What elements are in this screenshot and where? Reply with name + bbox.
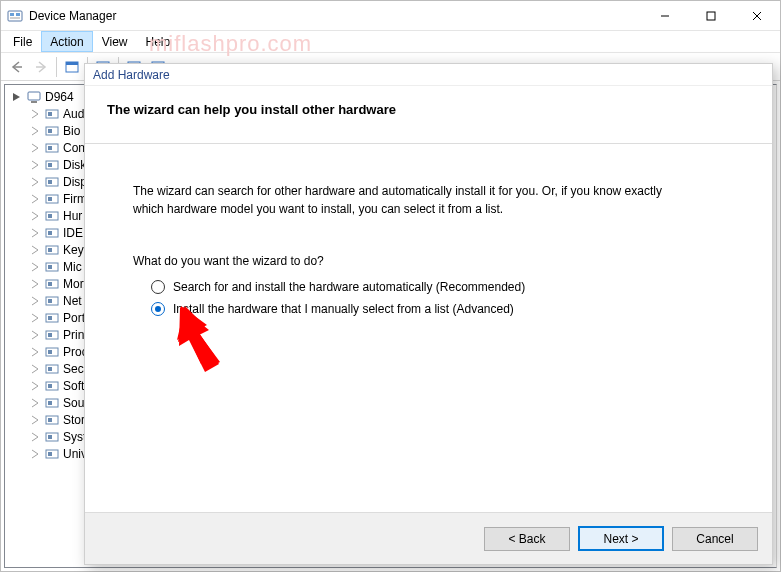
dialog-heading: The wizard can help you install other ha… bbox=[107, 102, 750, 117]
tree-root-label: D964 bbox=[45, 90, 74, 104]
tree-item-label: Keyl bbox=[63, 243, 86, 257]
expand-icon[interactable] bbox=[29, 414, 41, 426]
titlebar: Device Manager bbox=[1, 1, 780, 31]
expand-icon[interactable] bbox=[29, 159, 41, 171]
expand-icon[interactable] bbox=[29, 363, 41, 375]
svg-rect-46 bbox=[48, 316, 52, 320]
expand-icon[interactable] bbox=[29, 329, 41, 341]
svg-rect-34 bbox=[48, 214, 52, 218]
hid-icon bbox=[44, 208, 60, 224]
forward-icon[interactable] bbox=[29, 55, 53, 79]
svg-rect-42 bbox=[48, 282, 52, 286]
add-hardware-dialog: Add Hardware The wizard can help you ins… bbox=[84, 63, 773, 565]
expand-icon[interactable] bbox=[29, 346, 41, 358]
keyboard-icon bbox=[44, 242, 60, 258]
svg-rect-50 bbox=[48, 350, 52, 354]
tree-item-label: Disk bbox=[63, 158, 86, 172]
cancel-button[interactable]: Cancel bbox=[672, 527, 758, 551]
printer-icon bbox=[44, 327, 60, 343]
radio-option-manual[interactable]: Install the hardware that I manually sel… bbox=[133, 302, 724, 316]
window-controls bbox=[642, 1, 780, 30]
collapse-icon[interactable] bbox=[11, 91, 23, 103]
svg-rect-62 bbox=[48, 452, 52, 456]
toolbar-separator bbox=[56, 57, 57, 77]
back-button[interactable]: < Back bbox=[484, 527, 570, 551]
storage-icon bbox=[44, 412, 60, 428]
expand-icon[interactable] bbox=[29, 244, 41, 256]
radio-option-auto[interactable]: Search for and install the hardware auto… bbox=[133, 280, 724, 294]
svg-rect-26 bbox=[48, 146, 52, 150]
expand-icon[interactable] bbox=[29, 397, 41, 409]
svg-rect-58 bbox=[48, 418, 52, 422]
tree-item-label: Stor bbox=[63, 413, 85, 427]
minimize-button[interactable] bbox=[642, 1, 688, 30]
system-icon bbox=[44, 429, 60, 445]
svg-rect-38 bbox=[48, 248, 52, 252]
expand-icon[interactable] bbox=[29, 193, 41, 205]
network-icon bbox=[44, 293, 60, 309]
tree-item-label: Port bbox=[63, 311, 85, 325]
app-icon bbox=[7, 8, 23, 24]
menu-help[interactable]: Help bbox=[137, 31, 180, 52]
maximize-button[interactable] bbox=[688, 1, 734, 30]
svg-rect-32 bbox=[48, 197, 52, 201]
radio-label-manual: Install the hardware that I manually sel… bbox=[173, 302, 514, 316]
tree-item-label: Aud bbox=[63, 107, 84, 121]
show-hidden-icon[interactable] bbox=[60, 55, 84, 79]
expand-icon[interactable] bbox=[29, 142, 41, 154]
dialog-header: The wizard can help you install other ha… bbox=[85, 86, 772, 144]
radio-icon bbox=[151, 280, 165, 294]
svg-rect-22 bbox=[48, 112, 52, 116]
display-icon bbox=[44, 174, 60, 190]
tree-item-label: Syst bbox=[63, 430, 86, 444]
radio-icon bbox=[151, 302, 165, 316]
svg-rect-2 bbox=[16, 13, 20, 16]
next-button[interactable]: Next > bbox=[578, 526, 664, 551]
firmware-icon bbox=[44, 191, 60, 207]
disk-icon bbox=[44, 157, 60, 173]
expand-icon[interactable] bbox=[29, 278, 41, 290]
expand-icon[interactable] bbox=[29, 312, 41, 324]
expand-icon[interactable] bbox=[29, 210, 41, 222]
tree-item-label: Hur bbox=[63, 209, 82, 223]
tree-item-label: Bio bbox=[63, 124, 80, 138]
svg-rect-1 bbox=[10, 13, 14, 16]
expand-icon[interactable] bbox=[29, 448, 41, 460]
svg-rect-54 bbox=[48, 384, 52, 388]
tree-item-label: Net bbox=[63, 294, 82, 308]
menu-action[interactable]: Action bbox=[41, 31, 92, 52]
expand-icon[interactable] bbox=[29, 431, 41, 443]
back-icon[interactable] bbox=[5, 55, 29, 79]
svg-rect-20 bbox=[31, 101, 37, 103]
svg-rect-19 bbox=[28, 92, 40, 100]
svg-rect-52 bbox=[48, 367, 52, 371]
expand-icon[interactable] bbox=[29, 380, 41, 392]
menu-view[interactable]: View bbox=[93, 31, 137, 52]
close-button[interactable] bbox=[734, 1, 780, 30]
svg-rect-60 bbox=[48, 435, 52, 439]
expand-icon[interactable] bbox=[29, 261, 41, 273]
expand-icon[interactable] bbox=[29, 125, 41, 137]
expand-icon[interactable] bbox=[29, 295, 41, 307]
audio-icon bbox=[44, 106, 60, 122]
tree-item-label: Sou bbox=[63, 396, 84, 410]
radio-label-auto: Search for and install the hardware auto… bbox=[173, 280, 525, 294]
expand-icon[interactable] bbox=[29, 108, 41, 120]
computer-icon bbox=[44, 140, 60, 156]
svg-rect-5 bbox=[707, 12, 715, 20]
computer-icon bbox=[26, 89, 42, 105]
dialog-footer: < Back Next > Cancel bbox=[85, 512, 772, 564]
dialog-body: The wizard can search for other hardware… bbox=[85, 144, 772, 512]
usb-icon bbox=[44, 446, 60, 462]
svg-rect-11 bbox=[66, 62, 78, 65]
svg-rect-44 bbox=[48, 299, 52, 303]
window-title: Device Manager bbox=[29, 9, 116, 23]
menu-file[interactable]: File bbox=[4, 31, 41, 52]
security-icon bbox=[44, 361, 60, 377]
dialog-intro-text: The wizard can search for other hardware… bbox=[133, 182, 673, 218]
tree-item-label: IDE bbox=[63, 226, 83, 240]
expand-icon[interactable] bbox=[29, 227, 41, 239]
mouse-icon bbox=[44, 259, 60, 275]
expand-icon[interactable] bbox=[29, 176, 41, 188]
svg-rect-40 bbox=[48, 265, 52, 269]
